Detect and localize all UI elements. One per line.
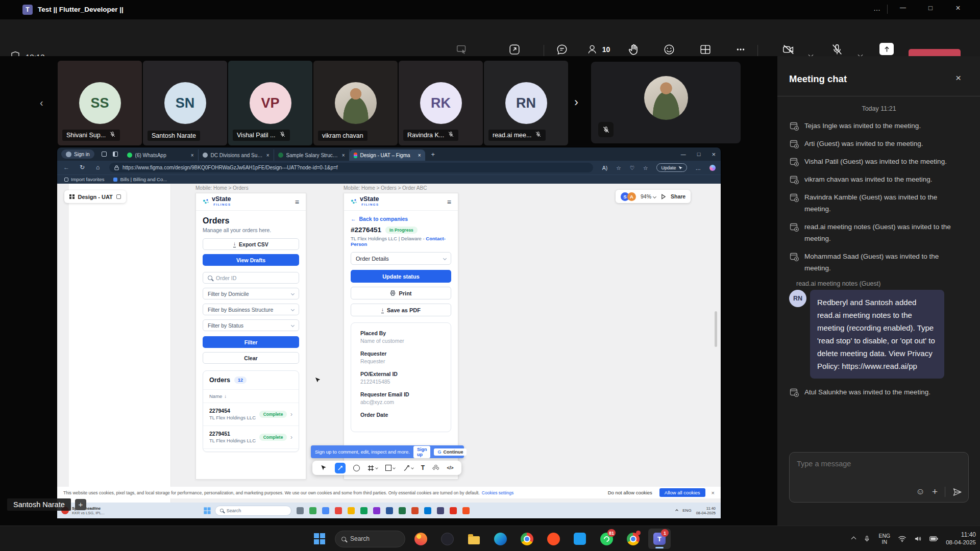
vscode-icon[interactable]: [569, 529, 591, 549]
chat-close-icon[interactable]: ×: [955, 72, 961, 84]
figma-frame-order-detail[interactable]: vStateFILINGS ≡ ←Back to companies #2276…: [344, 193, 458, 480]
chrome-icon[interactable]: [516, 529, 538, 549]
tab-close-icon[interactable]: ×: [266, 153, 270, 158]
signup-button[interactable]: Sign up: [413, 446, 431, 458]
connector-tool-icon[interactable]: [403, 465, 413, 471]
wifi-icon[interactable]: [898, 535, 906, 542]
app-icon[interactable]: [360, 507, 368, 514]
edge-icon[interactable]: [489, 529, 511, 549]
app-icon[interactable]: [322, 507, 329, 514]
browser-maximize-icon[interactable]: □: [697, 151, 701, 157]
canvas-scrollbar[interactable]: [715, 311, 717, 347]
signin-button[interactable]: Sign in: [61, 149, 94, 159]
language-switcher[interactable]: ENG IN: [878, 533, 890, 545]
participant-tile[interactable]: RN read.ai mee...: [484, 61, 568, 145]
teams-app-icon[interactable]: T 1: [648, 529, 671, 549]
battery-icon[interactable]: [929, 536, 938, 541]
back-icon[interactable]: ←: [63, 164, 69, 171]
deny-cookies-button[interactable]: Do not allow cookies: [608, 490, 652, 495]
browser-tab[interactable]: DC Divisions and Surroundings ×: [199, 149, 274, 161]
presenter-add-button[interactable]: +: [75, 499, 86, 510]
copilot-icon[interactable]: [709, 165, 716, 171]
app-icon[interactable]: [373, 507, 380, 514]
app-icon[interactable]: [411, 507, 419, 514]
maximize-button[interactable]: □: [919, 4, 942, 12]
chat-input[interactable]: [793, 456, 961, 472]
chrome-profile-icon[interactable]: [622, 529, 644, 549]
file-explorer-icon[interactable]: [462, 529, 485, 549]
frame2-breadcrumb[interactable]: Mobile: Home > Orders > Order ABC: [344, 185, 427, 191]
new-tab-icon[interactable]: +: [431, 151, 435, 158]
whatsapp-icon[interactable]: 81: [595, 529, 618, 549]
tab-close-icon[interactable]: ×: [418, 153, 421, 158]
read-aloud-icon[interactable]: A): [602, 165, 608, 171]
figma-frame-orders[interactable]: vStateFILINGS ≡ Orders Manage all your o…: [195, 193, 306, 480]
tiles-scroll-left-icon[interactable]: ‹: [40, 97, 43, 109]
frame-tool-icon[interactable]: [368, 465, 378, 471]
browser-menu-icon[interactable]: …: [696, 165, 701, 171]
widgets-tool-icon[interactable]: [432, 465, 439, 471]
browser-essentials-icon[interactable]: ♡: [630, 165, 634, 171]
address-bar[interactable]: https://www.figma.com/design/9BKQ0FOHRWa…: [109, 163, 593, 172]
app-icon[interactable]: [386, 507, 393, 514]
zoom-select[interactable]: 94%: [641, 193, 656, 199]
close-button[interactable]: ×: [947, 4, 969, 13]
tab-close-icon[interactable]: ×: [342, 153, 345, 158]
home-icon[interactable]: ⌂: [96, 164, 100, 171]
volume-icon[interactable]: [914, 535, 922, 542]
taskbar-search-box[interactable]: Search: [335, 531, 405, 547]
participant-tile[interactable]: RK Ravindra K...: [399, 61, 483, 145]
update-browser-button[interactable]: Update: [656, 163, 687, 172]
browser-close-icon[interactable]: ×: [712, 151, 716, 158]
tray-chevron-icon[interactable]: [675, 509, 678, 512]
send-icon[interactable]: [952, 487, 962, 497]
bookmark-import-favorites[interactable]: Import favorites: [64, 177, 104, 182]
spotlight-tile[interactable]: [591, 62, 741, 143]
inner-search-box[interactable]: Search: [215, 506, 291, 516]
present-icon[interactable]: [660, 194, 666, 199]
app-icon[interactable]: [297, 507, 304, 514]
participant-tile[interactable]: SN Santosh Narate: [143, 61, 227, 145]
favorite-star-icon[interactable]: ☆: [616, 165, 621, 171]
app-icon[interactable]: [437, 507, 444, 514]
favorites-bar-icon[interactable]: ☆: [643, 165, 648, 171]
figma-share-button[interactable]: Share: [671, 193, 685, 199]
refresh-icon[interactable]: ↻: [80, 164, 85, 171]
browser-minimize-icon[interactable]: —: [681, 152, 686, 157]
dark-app-icon[interactable]: [436, 529, 458, 549]
brave-icon[interactable]: [542, 529, 565, 549]
titlebar-more-icon[interactable]: …: [868, 4, 886, 12]
allow-cookies-button[interactable]: Allow all cookies: [659, 488, 705, 497]
text-tool-icon[interactable]: T: [421, 464, 425, 471]
dev-mode-icon[interactable]: </>: [447, 465, 454, 470]
browser-tab[interactable]: (6) WhatsApp ×: [123, 149, 199, 161]
browser-tab[interactable]: Sample Salary Structure with calc ×: [274, 149, 350, 161]
tray-mic-icon[interactable]: [863, 535, 871, 543]
participant-tile[interactable]: SS Shivani Sup...: [58, 61, 142, 145]
google-continue-button[interactable]: G Continue: [434, 448, 467, 456]
collaborator-avatar[interactable]: A: [627, 192, 636, 201]
tab-close-icon[interactable]: ×: [191, 153, 194, 158]
app-icon[interactable]: [309, 507, 316, 514]
app-icon[interactable]: [450, 507, 457, 514]
cookie-settings-link[interactable]: Cookies settings: [482, 490, 513, 495]
figma-frame-desktop[interactable]: [69, 184, 171, 503]
shape-tool-icon[interactable]: [353, 465, 360, 471]
app-icon[interactable]: [399, 507, 406, 514]
start-button[interactable]: [308, 529, 331, 549]
app-icon[interactable]: [462, 507, 470, 514]
browser-tab[interactable]: Design - UAT – Figma ×: [350, 149, 425, 161]
cookie-close-icon[interactable]: ×: [712, 490, 715, 496]
app-icon[interactable]: [335, 507, 342, 514]
attach-plus-icon[interactable]: +: [932, 486, 938, 497]
inner-start-button[interactable]: [204, 507, 210, 514]
figma-canvas[interactable]: Design - UAT S A 94% Share Mobile: Home …: [57, 184, 721, 503]
participant-tile[interactable]: vikram chavan: [313, 61, 398, 145]
clock[interactable]: 11:40 08-04-2025: [946, 531, 976, 546]
participant-tile[interactable]: VP Vishal Patil ...: [228, 61, 312, 145]
frame1-breadcrumb[interactable]: Mobile: Home > Orders: [195, 185, 249, 191]
app-icon[interactable]: [424, 507, 431, 514]
emoji-icon[interactable]: ☺: [916, 487, 925, 497]
rectangle-tool-icon[interactable]: [385, 465, 395, 471]
firefox-icon[interactable]: [409, 529, 432, 549]
